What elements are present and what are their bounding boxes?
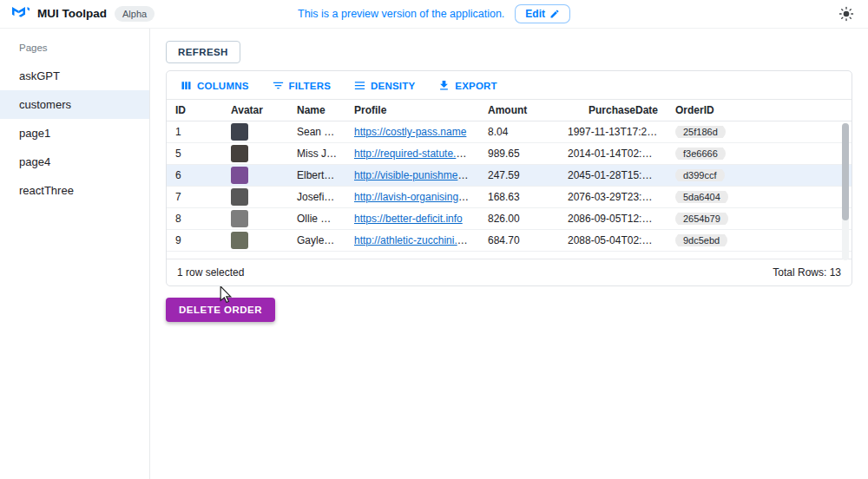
- cell-avatar: [222, 188, 288, 206]
- cell-profile: https://costly-pass.name: [345, 126, 479, 138]
- sidebar-item-page1[interactable]: page1: [0, 119, 149, 148]
- cell-amount: 168.63: [479, 191, 559, 203]
- scrollbar-thumb[interactable]: [842, 123, 849, 220]
- cell-profile: https://better-deficit.info: [345, 213, 479, 225]
- avatar: [231, 188, 248, 206]
- column-header-purchasedate[interactable]: PurchaseDate: [559, 104, 667, 116]
- mui-logo-icon: [12, 7, 30, 21]
- cell-name: Josefina P...: [288, 191, 345, 203]
- order-id-chip: 2654b79: [675, 213, 728, 225]
- cell-profile: http://visible-punishment.net: [345, 169, 479, 181]
- profile-link[interactable]: https://better-deficit.info: [354, 213, 463, 225]
- cell-profile: http://athletic-zucchini.org: [345, 234, 479, 246]
- cell-id: 9: [167, 234, 222, 246]
- cell-purchase-date: 1997-11-13T17:24:11.769Z: [559, 126, 667, 138]
- grid-header-row: ID Avatar Name Profile Amount PurchaseDa…: [167, 99, 852, 121]
- main-content: REFRESH COLUMNS FILTERS: [150, 29, 868, 479]
- table-row[interactable]: 5 Miss Juan ... http://required-statute.…: [167, 143, 852, 165]
- avatar: [231, 232, 248, 249]
- cell-name: Sean Harris: [288, 126, 345, 138]
- avatar: [231, 145, 248, 162]
- cell-amount: 684.70: [479, 234, 559, 246]
- cell-purchase-date: 2076-03-29T23:51:07.968Z: [559, 191, 667, 203]
- sidebar-header: Pages: [0, 36, 149, 62]
- cell-amount: 247.59: [479, 169, 559, 181]
- sidebar-item-customers[interactable]: customers: [0, 90, 149, 119]
- total-rows: Total Rows: 13: [773, 266, 841, 279]
- cell-avatar: [222, 145, 288, 162]
- order-id-chip: f3e6666: [675, 148, 726, 160]
- filter-list-icon: [272, 79, 285, 92]
- columns-button[interactable]: COLUMNS: [177, 77, 252, 94]
- export-button[interactable]: EXPORT: [435, 77, 500, 94]
- filters-button[interactable]: FILTERS: [269, 77, 333, 94]
- grid-footer: 1 row selected Total Rows: 13: [167, 259, 852, 285]
- pencil-icon: [549, 9, 560, 19]
- table-row[interactable]: 7 Josefina P... http://lavish-organising…: [167, 187, 852, 208]
- cell-id: 7: [167, 191, 222, 203]
- cell-amount: 826.00: [479, 213, 559, 225]
- cell-order-id: 25f186d: [667, 126, 767, 138]
- app-bar: MUI Toolpad Alpha This is a preview vers…: [0, 0, 868, 29]
- sidebar-item-askgpt[interactable]: askGPT: [0, 62, 149, 90]
- profile-link[interactable]: https://costly-pass.name: [354, 126, 466, 138]
- table-row[interactable]: 1 Sean Harris https://costly-pass.name 8…: [167, 121, 852, 143]
- column-header-profile[interactable]: Profile: [345, 104, 479, 116]
- avatar: [231, 123, 248, 141]
- table-row[interactable]: 8 Ollie Green... https://better-deficit.…: [167, 208, 852, 230]
- cell-name: Ollie Green...: [288, 213, 345, 225]
- cell-amount: 989.65: [479, 148, 559, 160]
- delete-order-button[interactable]: DELETE ORDER: [166, 298, 275, 322]
- sidebar-item-page4[interactable]: page4: [0, 148, 149, 176]
- order-id-chip: d399ccf: [675, 169, 725, 181]
- columns-button-label: COLUMNS: [197, 81, 249, 91]
- cell-purchase-date: 2086-09-05T12:37:27.015Z: [559, 213, 667, 225]
- cell-id: 6: [167, 169, 222, 181]
- column-header-orderid[interactable]: OrderID: [667, 104, 767, 116]
- data-grid: COLUMNS FILTERS DENSITY: [166, 70, 852, 286]
- cell-order-id: f3e6666: [667, 148, 767, 160]
- cell-purchase-date: 2088-05-04T02:31:03.294Z: [559, 234, 667, 246]
- cell-profile: http://lavish-organising.name: [345, 191, 479, 203]
- cell-name: Gayle Den...: [288, 234, 345, 246]
- avatar: [231, 167, 248, 184]
- filters-button-label: FILTERS: [289, 81, 331, 91]
- cell-avatar: [222, 210, 288, 227]
- cell-id: 5: [167, 148, 222, 160]
- refresh-button[interactable]: REFRESH: [166, 41, 240, 63]
- preview-text: This is a preview version of the applica…: [298, 8, 504, 20]
- cell-avatar: [222, 123, 288, 141]
- table-row[interactable]: 9 Gayle Den... http://athletic-zucchini.…: [167, 230, 852, 252]
- density-icon: [353, 79, 366, 92]
- sidebar-nav: askGPT customers page1 page4 reactThree: [0, 62, 149, 205]
- column-header-amount[interactable]: Amount: [479, 104, 559, 116]
- preview-banner: This is a preview version of the applica…: [298, 4, 570, 23]
- column-header-name[interactable]: Name: [288, 104, 345, 116]
- cell-id: 1: [167, 126, 222, 138]
- theme-toggle-button[interactable]: [837, 4, 856, 23]
- density-button[interactable]: DENSITY: [351, 77, 418, 94]
- profile-link[interactable]: http://required-statute.org: [354, 148, 471, 160]
- order-id-chip: 9dc5ebd: [675, 234, 727, 246]
- profile-link[interactable]: http://visible-punishment.net: [354, 169, 479, 181]
- avatar: [231, 210, 248, 227]
- edit-button[interactable]: Edit: [515, 4, 570, 23]
- sidebar: Pages askGPT customers page1 page4 react…: [0, 29, 150, 479]
- cell-avatar: [222, 232, 288, 249]
- column-header-avatar[interactable]: Avatar: [222, 104, 288, 116]
- download-icon: [437, 79, 450, 92]
- order-id-chip: 25f186d: [675, 126, 726, 138]
- cell-profile: http://required-statute.org: [345, 148, 479, 160]
- column-header-id[interactable]: ID: [167, 104, 222, 116]
- sidebar-item-reactthree[interactable]: reactThree: [0, 176, 149, 205]
- cell-name: Miss Juan ...: [288, 148, 345, 160]
- grid-vertical-scrollbar[interactable]: [842, 123, 849, 260]
- cell-amount: 8.04: [479, 126, 559, 138]
- profile-link[interactable]: http://athletic-zucchini.org: [354, 234, 472, 246]
- cell-purchase-date: 2045-01-28T15:40:06.325Z: [559, 169, 667, 181]
- table-row-selected[interactable]: 6 Elbert McL... http://visible-punishmen…: [167, 165, 852, 187]
- view-columns-icon: [180, 79, 193, 92]
- grid-spacer: [167, 252, 852, 259]
- profile-link[interactable]: http://lavish-organising.name: [354, 191, 479, 203]
- selection-status: 1 row selected: [177, 266, 244, 279]
